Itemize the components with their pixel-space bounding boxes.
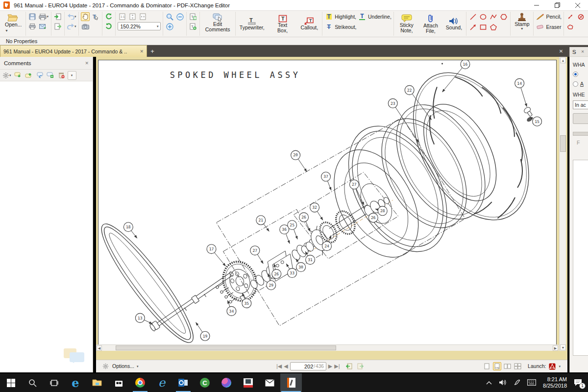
measure-tool-button[interactable] [566,12,575,21]
pdf-page[interactable]: SPOKED WHEEL ASSY [98,60,557,350]
fit-width-button[interactable] [138,12,147,21]
first-page-button[interactable]: |◀ [276,363,282,369]
next-view-button[interactable] [356,362,365,371]
oval-tool-button[interactable] [479,12,488,21]
email-button[interactable] [38,22,47,31]
rectangle-tool-button[interactable] [479,23,488,31]
highlight-area-button[interactable] [576,12,585,21]
scroll-left-icon[interactable]: ◀ [97,345,102,351]
vertical-scrollbar[interactable]: ▲ ▼ [559,57,566,351]
line-tool-button[interactable] [468,12,477,21]
undo-button[interactable]: ▾ [67,12,77,21]
next-comment-button[interactable] [14,71,23,80]
single-page-layout-button[interactable] [483,362,491,370]
horizontal-scrollbar[interactable]: ◀ ▶ [96,344,559,351]
edit-comments-button[interactable]: Edit Comments [202,12,233,33]
close-button[interactable] [567,0,588,11]
arrow-tool-button[interactable] [468,23,477,31]
scroll-down-icon[interactable]: ▼ [560,344,566,350]
delete-comment-button[interactable] [57,71,66,80]
stamp-button[interactable]: Stamp ▼ [513,12,531,31]
save-button[interactable] [28,12,37,21]
pen-icon[interactable] [514,379,520,387]
scroll-up-icon[interactable]: ▲ [560,57,566,63]
print-all-button[interactable] [28,22,37,31]
minimize-button[interactable] [526,0,547,11]
vertical-scroll-thumb[interactable] [560,135,566,152]
search-scope-combobox[interactable]: In ac [573,100,588,109]
import-button[interactable] [53,12,62,21]
rotate-ccw-button[interactable] [104,12,113,21]
options-gear-icon[interactable] [101,362,110,371]
underline-button[interactable]: T [358,12,367,21]
open-button[interactable]: Open... ▼ [3,12,24,34]
red-banner-app-button[interactable] [237,373,259,392]
select-text-button[interactable]: T [91,12,100,21]
add-text-button[interactable]: T [189,12,197,21]
start-button[interactable] [0,373,22,392]
taskbar-search-button[interactable] [22,373,43,392]
pencil-button[interactable] [536,12,544,21]
polygon-line-tool-button[interactable] [489,12,498,21]
action-center-button[interactable]: 1 [574,379,582,387]
next-page-button[interactable]: ▶ [328,363,332,369]
zoom-tool-button[interactable] [165,12,174,21]
add-text-box-button[interactable]: T [189,22,197,31]
internet-explorer-button[interactable]: e [151,373,172,392]
paint-app-button[interactable] [216,373,237,392]
edge-button[interactable]: e [65,373,86,392]
search-all-link[interactable]: A [580,81,584,87]
zoom-in-button[interactable] [165,22,174,31]
typewriter-button[interactable]: T Typewriter, [238,12,267,35]
export-button[interactable] [53,22,62,31]
highlight-button[interactable]: T [324,12,333,21]
continuous-layout-button[interactable] [493,362,501,370]
text-box-button[interactable]: T Text Box, [270,12,295,35]
polygon-tool-button[interactable] [499,12,508,21]
tab-close-icon[interactable]: ✕ [140,49,144,54]
snapshot-button[interactable] [81,22,90,31]
page-number-input[interactable]: 202 / 436 [290,362,326,370]
task-view-button[interactable] [43,373,65,392]
two-page-layout-button[interactable] [503,362,512,370]
document-tab[interactable]: 961 Manual - EURO4 Update - 2017 - Comma… [0,45,147,57]
grid-layout-button[interactable] [514,362,522,370]
comments-close-icon[interactable]: ✕ [85,61,89,66]
mail-button[interactable] [259,373,280,392]
outlook-button[interactable] [172,373,194,392]
pdf-xchange-taskbar-button[interactable] [280,373,302,392]
actual-size-button[interactable]: 1:1 [118,12,126,21]
strikeout-button[interactable]: T [324,23,333,31]
print-button[interactable]: ▾ [38,12,49,21]
zoom-out-button[interactable] [175,12,184,21]
search-scope-radio-selected[interactable] [573,72,578,77]
prev-comment-button[interactable] [24,71,33,80]
restore-button[interactable] [547,0,567,11]
sticky-note-button[interactable]: Sticky Note, [396,12,417,35]
sound-button[interactable]: Sound, [444,12,464,35]
prev-page-button[interactable]: ◀ [284,363,288,369]
horizontal-scroll-thumb[interactable] [116,345,336,350]
taskbar-clock[interactable]: 8:21 AM 8/25/2018 [543,376,567,389]
previous-view-button[interactable] [345,362,354,371]
cloud-tool-button[interactable] [566,23,575,31]
tray-expand-icon[interactable] [486,380,492,386]
options-button[interactable]: Options... [112,364,134,369]
eraser-button[interactable] [536,23,544,31]
tabstrip-close-button[interactable]: ✕ [557,45,565,57]
search-close-icon[interactable]: ✕ [581,49,585,54]
search-results-list[interactable] [573,160,588,356]
volume-icon[interactable] [499,379,507,387]
attach-file-button[interactable]: Attach File, [420,12,441,35]
chrome-button[interactable] [129,373,151,392]
comments-options-button[interactable]: ▾ [2,71,12,80]
file-explorer-button[interactable] [86,373,108,392]
callout-button[interactable]: T Callout, [299,12,320,35]
reply-comment-button[interactable] [35,71,44,80]
last-page-button[interactable]: ▶| [334,363,340,369]
new-tab-button[interactable]: + [147,45,158,57]
rotate-cw-button[interactable] [104,22,113,31]
search-scope-radio[interactable] [573,81,578,87]
add-comment-button[interactable] [46,71,55,80]
c-app-button[interactable]: C [194,373,216,392]
